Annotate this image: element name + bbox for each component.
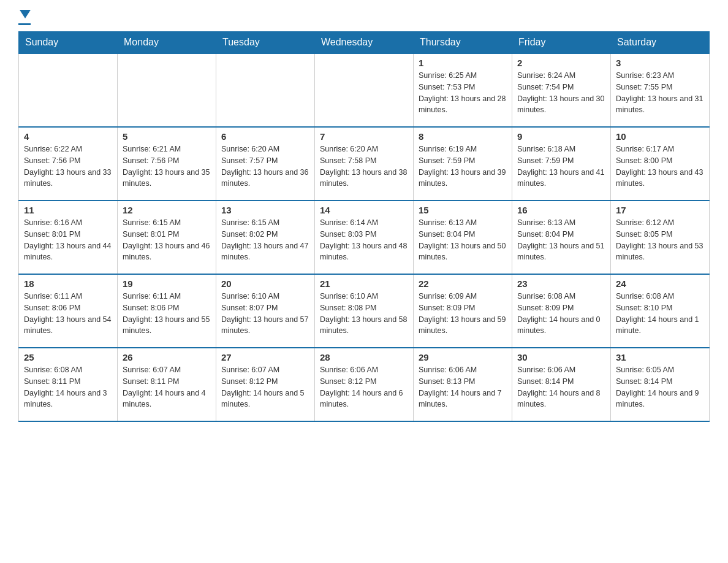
day-info: Sunrise: 6:12 AM Sunset: 8:05 PM Dayligh… — [616, 217, 704, 263]
calendar-week-row: 18Sunrise: 6:11 AM Sunset: 8:06 PM Dayli… — [19, 274, 710, 348]
day-number: 26 — [123, 352, 211, 362]
calendar-cell: 4Sunrise: 6:22 AM Sunset: 7:56 PM Daylig… — [19, 127, 118, 201]
calendar-cell: 26Sunrise: 6:07 AM Sunset: 8:11 PM Dayli… — [118, 348, 216, 421]
logo — [18, 12, 31, 25]
day-number: 3 — [616, 58, 704, 68]
day-number: 6 — [221, 131, 309, 142]
day-number: 5 — [123, 131, 211, 142]
day-number: 17 — [616, 205, 704, 215]
day-number: 22 — [419, 278, 507, 289]
calendar-cell: 22Sunrise: 6:09 AM Sunset: 8:09 PM Dayli… — [414, 274, 512, 348]
calendar-cell — [19, 53, 118, 127]
day-info: Sunrise: 6:11 AM Sunset: 8:06 PM Dayligh… — [123, 291, 211, 337]
calendar-cell: 13Sunrise: 6:15 AM Sunset: 8:02 PM Dayli… — [216, 201, 315, 274]
calendar-week-row: 11Sunrise: 6:16 AM Sunset: 8:01 PM Dayli… — [19, 201, 710, 274]
day-number: 15 — [419, 205, 507, 215]
day-info: Sunrise: 6:08 AM Sunset: 8:11 PM Dayligh… — [24, 364, 112, 410]
calendar-cell: 17Sunrise: 6:12 AM Sunset: 8:05 PM Dayli… — [611, 201, 710, 274]
calendar-cell: 16Sunrise: 6:13 AM Sunset: 8:04 PM Dayli… — [512, 201, 611, 274]
day-number: 18 — [24, 278, 112, 289]
day-number: 23 — [517, 278, 605, 289]
day-number: 12 — [123, 205, 211, 215]
calendar-cell: 12Sunrise: 6:15 AM Sunset: 8:01 PM Dayli… — [118, 201, 216, 274]
day-info: Sunrise: 6:05 AM Sunset: 8:14 PM Dayligh… — [616, 364, 704, 410]
calendar-week-row: 25Sunrise: 6:08 AM Sunset: 8:11 PM Dayli… — [19, 348, 710, 421]
day-info: Sunrise: 6:11 AM Sunset: 8:06 PM Dayligh… — [24, 291, 112, 337]
day-info: Sunrise: 6:15 AM Sunset: 8:02 PM Dayligh… — [221, 217, 309, 263]
logo-triangle-icon — [20, 10, 31, 18]
day-info: Sunrise: 6:15 AM Sunset: 8:01 PM Dayligh… — [123, 217, 211, 263]
calendar-cell: 18Sunrise: 6:11 AM Sunset: 8:06 PM Dayli… — [19, 274, 118, 348]
calendar-cell: 14Sunrise: 6:14 AM Sunset: 8:03 PM Dayli… — [315, 201, 414, 274]
day-number: 28 — [320, 352, 408, 362]
calendar-cell: 21Sunrise: 6:10 AM Sunset: 8:08 PM Dayli… — [315, 274, 414, 348]
calendar-cell — [216, 53, 315, 127]
calendar-header-wednesday: Wednesday — [315, 32, 414, 54]
day-info: Sunrise: 6:06 AM Sunset: 8:12 PM Dayligh… — [320, 364, 408, 410]
calendar-cell: 6Sunrise: 6:20 AM Sunset: 7:57 PM Daylig… — [216, 127, 315, 201]
calendar-cell: 29Sunrise: 6:06 AM Sunset: 8:13 PM Dayli… — [414, 348, 512, 421]
calendar-cell: 7Sunrise: 6:20 AM Sunset: 7:58 PM Daylig… — [315, 127, 414, 201]
calendar-cell: 24Sunrise: 6:08 AM Sunset: 8:10 PM Dayli… — [611, 274, 710, 348]
day-number: 2 — [517, 58, 605, 68]
day-info: Sunrise: 6:10 AM Sunset: 8:08 PM Dayligh… — [320, 291, 408, 337]
logo-underline — [18, 23, 31, 25]
day-info: Sunrise: 6:19 AM Sunset: 7:59 PM Dayligh… — [419, 144, 507, 190]
page-header — [18, 12, 710, 25]
day-info: Sunrise: 6:22 AM Sunset: 7:56 PM Dayligh… — [24, 144, 112, 190]
day-number: 10 — [616, 131, 704, 142]
day-number: 20 — [221, 278, 309, 289]
day-number: 19 — [123, 278, 211, 289]
day-number: 8 — [419, 131, 507, 142]
calendar-cell: 28Sunrise: 6:06 AM Sunset: 8:12 PM Dayli… — [315, 348, 414, 421]
calendar-header-row: SundayMondayTuesdayWednesdayThursdayFrid… — [19, 32, 710, 54]
day-number: 31 — [616, 352, 704, 362]
day-number: 1 — [419, 58, 507, 68]
day-number: 11 — [24, 205, 112, 215]
day-info: Sunrise: 6:17 AM Sunset: 8:00 PM Dayligh… — [616, 144, 704, 190]
day-info: Sunrise: 6:20 AM Sunset: 7:58 PM Dayligh… — [320, 144, 408, 190]
day-number: 7 — [320, 131, 408, 142]
calendar-cell — [315, 53, 414, 127]
day-info: Sunrise: 6:06 AM Sunset: 8:13 PM Dayligh… — [419, 364, 507, 410]
calendar-header-tuesday: Tuesday — [216, 32, 315, 54]
calendar-cell: 30Sunrise: 6:06 AM Sunset: 8:14 PM Dayli… — [512, 348, 611, 421]
day-number: 4 — [24, 131, 112, 142]
day-number: 13 — [221, 205, 309, 215]
day-info: Sunrise: 6:24 AM Sunset: 7:54 PM Dayligh… — [517, 70, 605, 116]
calendar-week-row: 4Sunrise: 6:22 AM Sunset: 7:56 PM Daylig… — [19, 127, 710, 201]
calendar-cell: 15Sunrise: 6:13 AM Sunset: 8:04 PM Dayli… — [414, 201, 512, 274]
day-info: Sunrise: 6:10 AM Sunset: 8:07 PM Dayligh… — [221, 291, 309, 337]
calendar-cell: 25Sunrise: 6:08 AM Sunset: 8:11 PM Dayli… — [19, 348, 118, 421]
day-info: Sunrise: 6:18 AM Sunset: 7:59 PM Dayligh… — [517, 144, 605, 190]
calendar-cell: 23Sunrise: 6:08 AM Sunset: 8:09 PM Dayli… — [512, 274, 611, 348]
day-info: Sunrise: 6:25 AM Sunset: 7:53 PM Dayligh… — [419, 70, 507, 116]
day-number: 14 — [320, 205, 408, 215]
day-number: 25 — [24, 352, 112, 362]
calendar-table: SundayMondayTuesdayWednesdayThursdayFrid… — [18, 31, 710, 422]
calendar-cell: 11Sunrise: 6:16 AM Sunset: 8:01 PM Dayli… — [19, 201, 118, 274]
day-info: Sunrise: 6:14 AM Sunset: 8:03 PM Dayligh… — [320, 217, 408, 263]
calendar-cell: 1Sunrise: 6:25 AM Sunset: 7:53 PM Daylig… — [414, 53, 512, 127]
day-info: Sunrise: 6:13 AM Sunset: 8:04 PM Dayligh… — [419, 217, 507, 263]
calendar-cell: 9Sunrise: 6:18 AM Sunset: 7:59 PM Daylig… — [512, 127, 611, 201]
day-info: Sunrise: 6:16 AM Sunset: 8:01 PM Dayligh… — [24, 217, 112, 263]
calendar-week-row: 1Sunrise: 6:25 AM Sunset: 7:53 PM Daylig… — [19, 53, 710, 127]
day-number: 16 — [517, 205, 605, 215]
day-number: 29 — [419, 352, 507, 362]
calendar-header-sunday: Sunday — [19, 32, 118, 54]
calendar-header-monday: Monday — [118, 32, 216, 54]
calendar-cell: 10Sunrise: 6:17 AM Sunset: 8:00 PM Dayli… — [611, 127, 710, 201]
calendar-header-thursday: Thursday — [414, 32, 512, 54]
calendar-header-friday: Friday — [512, 32, 611, 54]
day-info: Sunrise: 6:09 AM Sunset: 8:09 PM Dayligh… — [419, 291, 507, 337]
calendar-cell: 19Sunrise: 6:11 AM Sunset: 8:06 PM Dayli… — [118, 274, 216, 348]
calendar-cell — [118, 53, 216, 127]
day-info: Sunrise: 6:23 AM Sunset: 7:55 PM Dayligh… — [616, 70, 704, 116]
calendar-cell: 8Sunrise: 6:19 AM Sunset: 7:59 PM Daylig… — [414, 127, 512, 201]
day-number: 24 — [616, 278, 704, 289]
day-info: Sunrise: 6:08 AM Sunset: 8:09 PM Dayligh… — [517, 291, 605, 337]
calendar-cell: 31Sunrise: 6:05 AM Sunset: 8:14 PM Dayli… — [611, 348, 710, 421]
calendar-cell: 20Sunrise: 6:10 AM Sunset: 8:07 PM Dayli… — [216, 274, 315, 348]
day-info: Sunrise: 6:21 AM Sunset: 7:56 PM Dayligh… — [123, 144, 211, 190]
